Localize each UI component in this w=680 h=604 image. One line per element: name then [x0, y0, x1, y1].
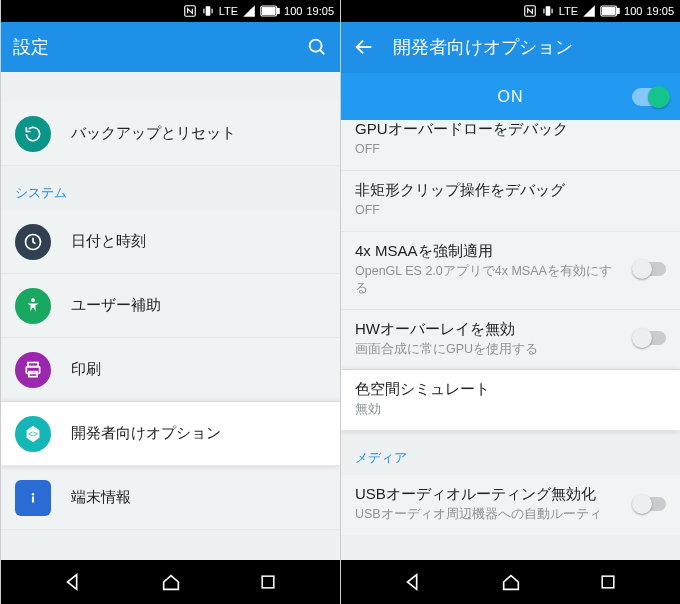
- svg-text:<>: <>: [28, 429, 38, 438]
- accessibility-icon: [15, 288, 51, 324]
- status-battery: 100: [624, 5, 642, 17]
- svg-marker-28: [408, 575, 417, 590]
- master-switch-label: ON: [498, 88, 524, 106]
- svg-rect-26: [603, 8, 616, 15]
- nfc-icon: [183, 4, 197, 18]
- svg-rect-3: [211, 9, 212, 14]
- row-title: 色空間シミュレート: [355, 380, 666, 399]
- signal-icon: [582, 4, 596, 18]
- arrow-left-icon: [353, 36, 375, 58]
- row-subtitle: OFF: [355, 202, 666, 219]
- status-battery: 100: [284, 5, 302, 17]
- svg-rect-6: [263, 8, 276, 15]
- square-icon: [258, 572, 278, 592]
- row-switch[interactable]: [634, 262, 666, 276]
- row-label: 日付と時刻: [71, 232, 326, 251]
- row-subtitle: USBオーディオ周辺機器への自動ルーティ: [355, 506, 624, 523]
- master-switch[interactable]: [632, 88, 668, 106]
- section-system: システム: [1, 166, 340, 210]
- row-simulate-color-space[interactable]: 色空間シミュレート 無効: [341, 370, 680, 431]
- svg-rect-25: [618, 9, 620, 14]
- nav-up-button[interactable]: [353, 36, 375, 58]
- row-subtitle: OpenGL ES 2.0アプリで4x MSAAを有効にする: [355, 263, 624, 297]
- row-title: 4x MSAAを強制適用: [355, 242, 624, 261]
- row-switch[interactable]: [634, 497, 666, 511]
- svg-rect-5: [278, 9, 280, 14]
- triangle-back-icon: [402, 571, 424, 593]
- about-icon: [15, 480, 51, 516]
- vibrate-icon: [201, 4, 215, 18]
- svg-line-8: [320, 50, 324, 54]
- row-print[interactable]: 印刷: [1, 338, 340, 402]
- spacer: [1, 72, 340, 102]
- app-bar: 開発者向けオプション: [341, 22, 680, 72]
- vibrate-icon: [541, 4, 555, 18]
- row-datetime[interactable]: 日付と時刻: [1, 210, 340, 274]
- row-switch[interactable]: [634, 331, 666, 345]
- svg-rect-2: [203, 9, 204, 14]
- master-switch-bar[interactable]: ON: [341, 72, 680, 120]
- svg-point-7: [310, 40, 322, 52]
- battery-icon: [600, 5, 620, 17]
- row-title: USBオーディオルーティング無効化: [355, 485, 624, 504]
- status-time: 19:05: [646, 5, 674, 17]
- svg-rect-22: [543, 9, 544, 14]
- row-accessibility[interactable]: ユーザー補助: [1, 274, 340, 338]
- svg-rect-17: [32, 496, 34, 502]
- status-bar: LTE 100 19:05: [341, 0, 680, 22]
- clock-icon: [15, 224, 51, 260]
- status-time: 19:05: [306, 5, 334, 17]
- row-subtitle: 無効: [355, 401, 666, 418]
- row-about-phone[interactable]: 端末情報: [1, 466, 340, 530]
- svg-rect-21: [545, 6, 550, 15]
- signal-icon: [242, 4, 256, 18]
- square-icon: [598, 572, 618, 592]
- navigation-bar: [1, 560, 340, 604]
- row-label: 印刷: [71, 360, 326, 379]
- row-label: バックアップとリセット: [71, 124, 326, 143]
- status-lte: LTE: [559, 5, 578, 17]
- section-media: メディア: [341, 431, 680, 475]
- row-title: GPUオーバードローをデバック: [355, 120, 666, 139]
- nav-recent-button[interactable]: [583, 572, 633, 592]
- row-subtitle: 画面合成に常にGPUを使用する: [355, 341, 624, 358]
- home-icon: [500, 571, 522, 593]
- svg-point-16: [32, 493, 34, 495]
- svg-marker-18: [68, 575, 77, 590]
- page-title: 開発者向けオプション: [393, 35, 668, 59]
- nav-recent-button[interactable]: [243, 572, 293, 592]
- devopts-list: GPUオーバードローをデバック OFF 非矩形クリップ操作をデバッグ OFF 4…: [341, 120, 680, 560]
- row-title: HWオーバーレイを無効: [355, 320, 624, 339]
- row-force-msaa[interactable]: 4x MSAAを強制適用 OpenGL ES 2.0アプリで4x MSAAを有効…: [341, 232, 680, 310]
- nav-back-button[interactable]: [48, 571, 98, 593]
- app-bar: 設定: [1, 22, 340, 72]
- battery-icon: [260, 5, 280, 17]
- row-label: ユーザー補助: [71, 296, 326, 315]
- status-bar: LTE 100 19:05: [1, 0, 340, 22]
- status-lte: LTE: [219, 5, 238, 17]
- row-gpu-overdraw[interactable]: GPUオーバードローをデバック OFF: [341, 120, 680, 171]
- row-usb-audio[interactable]: USBオーディオルーティング無効化 USBオーディオ周辺機器への自動ルーティ: [341, 475, 680, 535]
- search-icon: [306, 36, 328, 58]
- row-subtitle: OFF: [355, 141, 666, 158]
- svg-rect-19: [262, 576, 274, 588]
- print-icon: [15, 352, 51, 388]
- home-icon: [160, 571, 182, 593]
- settings-list: バックアップとリセット システム 日付と時刻 ユーザー補助 印刷 <>: [1, 72, 340, 560]
- row-label: 開発者向けオプション: [71, 424, 326, 443]
- phone-right: LTE 100 19:05 開発者向けオプション ON GPUオーバードローをデ…: [340, 0, 680, 604]
- row-disable-hw-overlay[interactable]: HWオーバーレイを無効 画面合成に常にGPUを使用する: [341, 310, 680, 371]
- nav-home-button[interactable]: [486, 571, 536, 593]
- row-clip-debug[interactable]: 非矩形クリップ操作をデバッグ OFF: [341, 171, 680, 232]
- page-title: 設定: [13, 35, 306, 59]
- row-title: 非矩形クリップ操作をデバッグ: [355, 181, 666, 200]
- row-label: 端末情報: [71, 488, 326, 507]
- nfc-icon: [523, 4, 537, 18]
- row-backup-reset[interactable]: バックアップとリセット: [1, 102, 340, 166]
- dev-icon: <>: [15, 416, 51, 452]
- navigation-bar: [341, 560, 680, 604]
- search-button[interactable]: [306, 36, 328, 58]
- nav-home-button[interactable]: [146, 571, 196, 593]
- row-developer-options[interactable]: <> 開発者向けオプション: [1, 402, 340, 466]
- nav-back-button[interactable]: [388, 571, 438, 593]
